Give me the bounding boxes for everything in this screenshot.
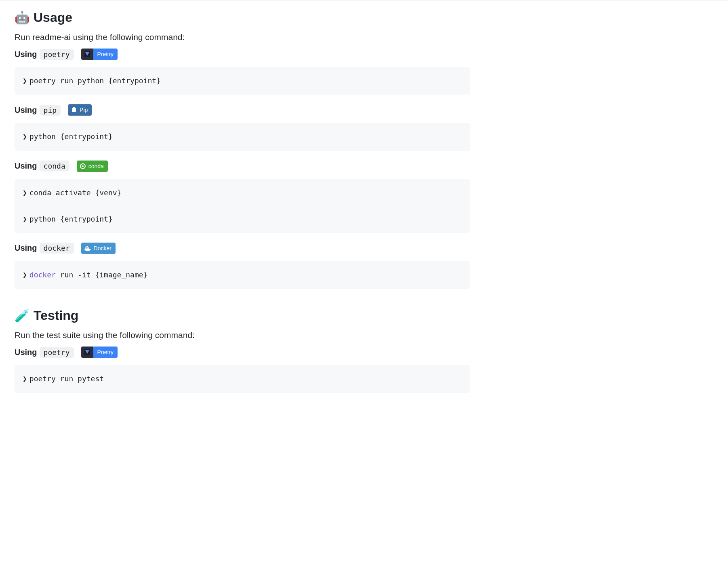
using-poetry-test-line: Using poetry Poetry: [15, 347, 470, 358]
using-docker-line: Using docker Docker: [15, 243, 470, 254]
docker-badge-text: Docker: [92, 243, 116, 254]
code-text: run -it {image_name}: [56, 270, 148, 279]
code-text: python {entrypoint}: [29, 215, 113, 223]
prompt-icon: ❯: [23, 215, 27, 223]
code-text: python {entrypoint}: [29, 132, 113, 141]
testing-section: 🧪 Testing Run the test suite using the f…: [15, 308, 470, 393]
poetry-badge-icon: [81, 49, 93, 60]
testing-intro: Run the test suite using the following c…: [15, 330, 470, 340]
pip-codeblock[interactable]: ❯python {entrypoint}: [15, 123, 470, 150]
using-conda-line: Using conda conda: [15, 161, 470, 172]
code-line: ❯python {entrypoint}: [23, 130, 462, 143]
conda-codeblock[interactable]: ❯conda activate {venv} ❯python {entrypoi…: [15, 179, 470, 233]
svg-rect-5: [85, 247, 86, 249]
poetry-test-codeblock[interactable]: ❯poetry run pytest: [15, 365, 470, 393]
prompt-icon: ❯: [23, 374, 27, 383]
code-line: ❯poetry run pytest: [23, 372, 462, 385]
readme-content: 🤖 Usage Run readme-ai using the followin…: [0, 0, 485, 412]
svg-rect-8: [86, 246, 88, 247]
poetry-test-badge-text: Poetry: [93, 347, 118, 358]
poetry-badge-text: Poetry: [93, 49, 118, 60]
code-line: ❯docker run -it {image_name}: [23, 268, 462, 281]
svg-rect-2: [73, 107, 75, 108]
poetry-badge-icon: [81, 347, 93, 358]
robot-icon: 🤖: [15, 12, 29, 24]
usage-heading: 🤖 Usage: [15, 10, 470, 25]
tool-name-conda: conda: [40, 161, 69, 171]
using-docker-label: Using docker: [15, 243, 74, 254]
docker-badge-icon: [81, 243, 92, 254]
poetry-codeblock[interactable]: ❯poetry run python {entrypoint}: [15, 67, 470, 95]
code-keyword: docker: [29, 270, 56, 279]
tool-name-poetry: poetry: [40, 49, 74, 60]
tool-name-docker: docker: [40, 243, 74, 254]
docker-codeblock[interactable]: ❯docker run -it {image_name}: [15, 261, 470, 289]
test-tube-icon: 🧪: [15, 310, 29, 322]
pip-badge[interactable]: Pip: [68, 104, 92, 116]
code-text: poetry run pytest: [29, 374, 104, 383]
code-line: ❯python {entrypoint}: [23, 213, 462, 226]
prompt-icon: ❯: [23, 76, 27, 85]
using-prefix: Using: [15, 50, 37, 59]
prompt-icon: ❯: [23, 188, 27, 197]
usage-section: 🤖 Usage Run readme-ai using the followin…: [15, 10, 470, 289]
using-poetry-line: Using poetry Poetry: [15, 49, 470, 60]
code-text: poetry run python {entrypoint}: [29, 76, 161, 85]
code-text: conda activate {venv}: [29, 188, 122, 197]
using-prefix: Using: [15, 348, 37, 357]
using-pip-line: Using pip Pip: [15, 104, 470, 116]
pip-badge-text: Pip: [78, 104, 92, 116]
using-conda-label: Using conda: [15, 161, 69, 171]
svg-rect-1: [72, 108, 76, 112]
prompt-icon: ❯: [23, 270, 27, 279]
conda-badge-icon: [77, 161, 87, 172]
tool-name-pip: pip: [40, 105, 61, 116]
testing-heading: 🧪 Testing: [15, 308, 470, 323]
svg-rect-6: [86, 247, 88, 249]
using-prefix: Using: [15, 243, 37, 253]
svg-rect-7: [88, 247, 89, 249]
poetry-badge[interactable]: Poetry: [81, 49, 118, 60]
code-line: ❯conda activate {venv}: [23, 186, 462, 199]
conda-badge[interactable]: conda: [77, 161, 108, 172]
svg-point-4: [82, 165, 84, 167]
pip-badge-icon: [68, 104, 78, 116]
using-pip-label: Using pip: [15, 105, 61, 116]
using-prefix: Using: [15, 106, 37, 115]
tool-name-poetry-test: poetry: [40, 347, 74, 358]
testing-heading-text: Testing: [34, 308, 78, 323]
using-poetry-test-label: Using poetry: [15, 347, 74, 358]
docker-badge[interactable]: Docker: [81, 243, 116, 254]
using-prefix: Using: [15, 161, 37, 171]
using-poetry-label: Using poetry: [15, 49, 74, 60]
code-line: ❯poetry run python {entrypoint}: [23, 74, 462, 87]
conda-badge-text: conda: [87, 161, 108, 172]
usage-heading-text: Usage: [34, 10, 72, 25]
prompt-icon: ❯: [23, 132, 27, 141]
poetry-test-badge[interactable]: Poetry: [81, 347, 118, 358]
usage-intro: Run readme-ai using the following comman…: [15, 32, 470, 42]
